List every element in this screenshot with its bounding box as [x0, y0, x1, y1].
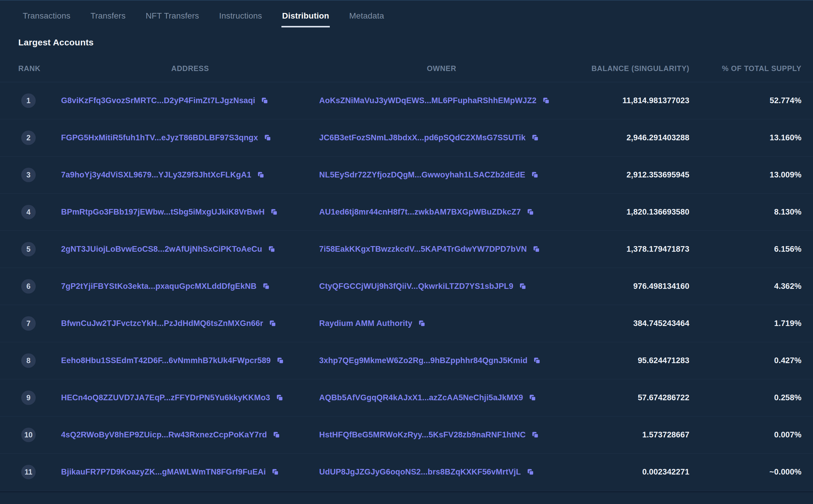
header-balance: BALANCE (SINGULARITY) — [564, 64, 689, 73]
copy-icon[interactable] — [531, 171, 539, 179]
table-row: 6 7gP2tYjiFBYStKo3ekta...pxaquGpcMXLddDf… — [0, 268, 813, 305]
copy-icon[interactable] — [271, 208, 278, 216]
rank-badge: 10 — [21, 428, 36, 442]
rank-badge: 11 — [21, 465, 36, 479]
header-rank: RANK — [18, 64, 61, 73]
tab-transfers[interactable]: Transfers — [90, 12, 126, 27]
table-row: 9 HECn4oQ8ZZUVD7JA7EqP...zFFYDrPN5Yu6kky… — [0, 379, 813, 416]
rank-badge: 2 — [21, 131, 36, 145]
copy-icon[interactable] — [531, 431, 539, 439]
percent-value: 0.007% — [689, 430, 802, 439]
copy-icon[interactable] — [276, 394, 284, 401]
table-row: 7 BfwnCuJw2TJFvctzcYkH...PzJdHdMQ6tsZnMX… — [0, 305, 813, 342]
table-row: 4 BPmRtpGo3FBb197jEWbw...tSbg5iMxgUJkiK8… — [0, 194, 813, 231]
balance-value: 2,912.353695945 — [564, 170, 689, 179]
table-row: 5 2gNT3JUiojLoBvwEoCS8...2wAfUjNhSxCiPKT… — [0, 231, 813, 268]
owner-link[interactable]: NL5EySdr72ZYfjozDQgM...Gwwoyhah1LSACZb2d… — [319, 170, 525, 179]
owner-link[interactable]: UdUP8JgJZGJyG6oqoNS2...brs8BZqKXKF56vMrt… — [319, 467, 521, 477]
copy-icon[interactable] — [533, 246, 540, 253]
address-link[interactable]: BPmRtpGo3FBb197jEWbw...tSbg5iMxgUJkiK8Vr… — [61, 207, 265, 217]
table-row: 2 FGPG5HxMitiR5fuh1hTV...eJyzT86BDLBF97S… — [0, 119, 813, 157]
owner-link[interactable]: HstHFQfBeG5MRWoKzRyy...5KsFV28zb9naRNF1h… — [319, 430, 526, 439]
owner-link[interactable]: 7i58EakKKgxTBwzzkcdV...5KAP4TrGdwYW7DPD7… — [319, 245, 527, 254]
address-link[interactable]: HECn4oQ8ZZUVD7JA7EqP...zFFYDrPN5Yu6kkyKK… — [61, 393, 270, 402]
copy-icon[interactable] — [261, 97, 269, 104]
table-row: 10 4sQ2RWoByV8hEP9ZUicp...Rw43RxnezCcpPo… — [0, 416, 813, 454]
balance-value: 1.573728667 — [564, 430, 689, 439]
owner-link[interactable]: JC6B3etFozSNmLJ8bdxX...pd6pSQdC2XMsG7SSU… — [319, 133, 526, 142]
copy-icon[interactable] — [268, 246, 276, 253]
address-link[interactable]: 4sQ2RWoByV8hEP9ZUicp...Rw43RxnezCcpPoKaY… — [61, 430, 267, 439]
percent-value: 0.258% — [689, 393, 802, 402]
copy-icon[interactable] — [542, 97, 550, 104]
copy-icon[interactable] — [264, 134, 272, 141]
rank-badge: 8 — [21, 353, 36, 368]
copy-icon[interactable] — [418, 320, 426, 327]
copy-icon[interactable] — [519, 283, 526, 290]
rank-badge: 5 — [21, 242, 36, 256]
table-body: 1 G8viKzFfq3GvozSrMRTC...D2yP4FimZt7LJgz… — [0, 82, 813, 491]
percent-value: ~0.000% — [689, 467, 802, 477]
token-distribution-page: TransactionsTransfersNFT TransfersInstru… — [0, 0, 813, 504]
percent-value: 13.160% — [689, 133, 802, 142]
balance-value: 57.674286722 — [564, 393, 689, 402]
tab-distribution[interactable]: Distribution — [282, 12, 330, 27]
rank-badge: 7 — [21, 316, 36, 331]
table-header-row: RANK ADDRESS OWNER BALANCE (SINGULARITY)… — [0, 55, 813, 82]
copy-icon[interactable] — [533, 357, 541, 364]
address-link[interactable]: 2gNT3JUiojLoBvwEoCS8...2wAfUjNhSxCiPKToA… — [61, 245, 262, 254]
balance-value: 384.745243464 — [564, 319, 689, 328]
rank-badge: 9 — [21, 391, 36, 405]
percent-value: 1.719% — [689, 319, 802, 328]
owner-link[interactable]: AQBb5AfVGgqQR4kAJxX1...azZcAA5NeChji5aJk… — [319, 393, 523, 402]
header-address: ADDRESS — [61, 64, 319, 73]
tab-metadata[interactable]: Metadata — [349, 12, 385, 27]
balance-value: 1,820.136693580 — [564, 207, 689, 217]
table-row: 1 G8viKzFfq3GvozSrMRTC...D2yP4FimZt7LJgz… — [0, 82, 813, 119]
section-title: Largest Accounts — [18, 37, 813, 47]
copy-icon[interactable] — [531, 134, 539, 141]
owner-link[interactable]: 3xhp7QEg9MkmeW6Zo2Rg...9hBZpphhr84QgnJ5K… — [319, 356, 527, 365]
header-owner: OWNER — [319, 64, 564, 73]
header-percent: % OF TOTAL SUPPLY — [689, 64, 802, 73]
copy-icon[interactable] — [277, 357, 284, 364]
table-row: 11 BjikauFR7P7D9KoazyZK...gMAWLWmTN8FGrf… — [0, 454, 813, 491]
owner-link[interactable]: AU1ed6tj8mr44cnH8f7t...zwkbAM7BXGpWBuZDk… — [319, 207, 521, 217]
address-link[interactable]: 7a9hoYj3y4dViSXL9679...YJLy3Z9f3JhtXcFLK… — [61, 170, 251, 179]
copy-icon[interactable] — [529, 394, 536, 401]
tab-instructions[interactable]: Instructions — [219, 12, 263, 27]
balance-value: 976.498134160 — [564, 282, 689, 291]
address-link[interactable]: Eeho8Hbu1SSEdmT42D6F...6vNmmhB7kUk4FWpcr… — [61, 356, 271, 365]
copy-icon[interactable] — [527, 468, 534, 476]
copy-icon[interactable] — [273, 431, 280, 439]
address-link[interactable]: G8viKzFfq3GvozSrMRTC...D2yP4FimZt7LJgzNs… — [61, 96, 255, 105]
address-link[interactable]: FGPG5HxMitiR5fuh1hTV...eJyzT86BDLBF97S3q… — [61, 133, 258, 142]
balance-value: 11,814.981377023 — [564, 96, 689, 105]
rank-badge: 3 — [21, 168, 36, 182]
balance-value: 95.624471283 — [564, 356, 689, 365]
copy-icon[interactable] — [272, 468, 279, 476]
copy-icon[interactable] — [263, 283, 270, 290]
address-link[interactable]: BjikauFR7P7D9KoazyZK...gMAWLWmTN8FGrf9Fu… — [61, 467, 266, 477]
copy-icon[interactable] — [257, 171, 265, 179]
rank-badge: 1 — [21, 93, 36, 108]
percent-value: 13.009% — [689, 170, 802, 179]
percent-value: 0.427% — [689, 356, 802, 365]
owner-link[interactable]: Raydium AMM Authority — [319, 319, 412, 328]
copy-icon[interactable] — [527, 208, 534, 216]
percent-value: 52.774% — [689, 96, 802, 105]
copy-icon[interactable] — [269, 320, 277, 327]
largest-accounts-table: RANK ADDRESS OWNER BALANCE (SINGULARITY)… — [0, 55, 813, 491]
owner-link[interactable]: CtyQFGCCjWUj9h3fQiiV...QkwrkiLTZD7YS1sbJ… — [319, 282, 513, 291]
next-row-edge — [0, 491, 813, 493]
owner-link[interactable]: AoKsZNiMaVuJ3yWDqEWS...ML6PFuphaRShhEMpW… — [319, 96, 536, 105]
tab-nft-transfers[interactable]: NFT Transfers — [145, 12, 200, 27]
address-link[interactable]: 7gP2tYjiFBYStKo3ekta...pxaquGpcMXLddDfgE… — [61, 282, 257, 291]
rank-badge: 6 — [21, 279, 36, 294]
address-link[interactable]: BfwnCuJw2TJFvctzcYkH...PzJdHdMQ6tsZnMXGn… — [61, 319, 263, 328]
tab-transactions[interactable]: Transactions — [22, 12, 71, 27]
balance-value: 2,946.291403288 — [564, 133, 689, 142]
percent-value: 8.130% — [689, 207, 802, 217]
tab-bar: TransactionsTransfersNFT TransfersInstru… — [0, 1, 813, 27]
rank-badge: 4 — [21, 205, 36, 219]
